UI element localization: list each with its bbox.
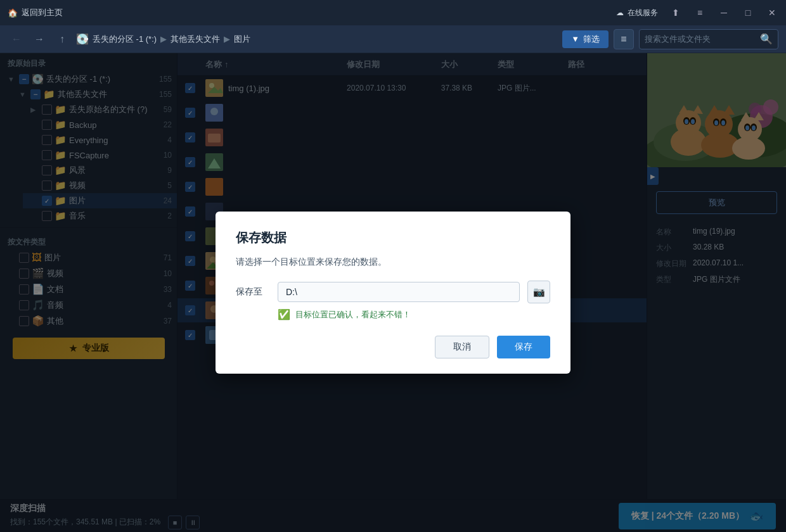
back-button[interactable]: ← bbox=[8, 30, 25, 48]
online-service[interactable]: ☁ 在线服务 bbox=[616, 8, 658, 18]
view-menu-button[interactable]: ≡ bbox=[614, 29, 634, 49]
cancel-label: 取消 bbox=[453, 341, 471, 352]
home-icon: 🏠 bbox=[8, 8, 18, 18]
search-box: 🔍 bbox=[639, 29, 778, 49]
minimize-button[interactable]: ─ bbox=[718, 6, 730, 19]
home-label: 返回到主页 bbox=[22, 7, 63, 18]
modal-desc: 请选择一个目标位置来保存您的数据。 bbox=[236, 256, 550, 268]
status-check-icon: ✅ bbox=[278, 308, 290, 320]
breadcrumb-part1[interactable]: 丢失的分区 -1 (*:) bbox=[93, 34, 157, 45]
modal-title: 保存数据 bbox=[236, 229, 550, 246]
modal-status-text: 目标位置已确认，看起来不错！ bbox=[295, 309, 411, 320]
modal-actions: 取消 保存 bbox=[236, 336, 550, 358]
forward-button[interactable]: → bbox=[30, 30, 48, 48]
share-button[interactable]: ⬆ bbox=[669, 6, 682, 19]
main-layout: 按原始目录 ▼ 💽 丢失的分区 -1 (*:) 155 ▼ 📁 其他丢失文件 1… bbox=[0, 53, 786, 532]
home-button[interactable]: 🏠 返回到主页 bbox=[8, 7, 63, 18]
cancel-button[interactable]: 取消 bbox=[435, 336, 489, 358]
filter-icon: ▼ bbox=[571, 34, 579, 44]
up-button[interactable]: ↑ bbox=[53, 30, 71, 48]
filter-button[interactable]: ▼ 筛选 bbox=[562, 30, 609, 48]
save-button[interactable]: 保存 bbox=[497, 336, 550, 358]
modal-save-to-field: 保存至 📷 bbox=[236, 281, 550, 303]
modal-browse-button[interactable]: 📷 bbox=[527, 281, 550, 303]
cloud-icon: ☁ bbox=[616, 8, 624, 17]
breadcrumb-part2[interactable]: 其他丢失文件 bbox=[171, 34, 220, 45]
modal-overlay: 保存数据 请选择一个目标位置来保存您的数据。 保存至 📷 ✅ 目标位置已确认，看… bbox=[0, 53, 786, 532]
menu-button[interactable]: ≡ bbox=[693, 6, 706, 19]
search-input[interactable] bbox=[645, 34, 756, 44]
maximize-button[interactable]: □ bbox=[742, 6, 754, 19]
online-label: 在线服务 bbox=[628, 8, 658, 18]
modal-save-path-input[interactable] bbox=[278, 282, 520, 302]
breadcrumb-sep1: ▶ bbox=[160, 34, 167, 44]
modal-status: ✅ 目标位置已确认，看起来不错！ bbox=[236, 308, 550, 320]
camera-icon: 📷 bbox=[533, 286, 545, 298]
navbar: ← → ↑ 💽 丢失的分区 -1 (*:) ▶ 其他丢失文件 ▶ 图片 ▼ 筛选… bbox=[0, 25, 786, 53]
filter-label: 筛选 bbox=[583, 34, 600, 45]
search-icon: 🔍 bbox=[760, 33, 773, 45]
drive-icon: 💽 bbox=[76, 33, 89, 45]
breadcrumb: 💽 丢失的分区 -1 (*:) ▶ 其他丢失文件 ▶ 图片 bbox=[76, 33, 557, 45]
breadcrumb-part3[interactable]: 图片 bbox=[234, 34, 250, 45]
save-label: 保存 bbox=[515, 341, 532, 352]
breadcrumb-sep2: ▶ bbox=[224, 34, 230, 44]
close-button[interactable]: ✕ bbox=[766, 6, 778, 19]
menu-icon: ≡ bbox=[621, 34, 626, 45]
save-modal: 保存数据 请选择一个目标位置来保存您的数据。 保存至 📷 ✅ 目标位置已确认，看… bbox=[216, 212, 570, 374]
titlebar: 🏠 返回到主页 ☁ 在线服务 ⬆ ≡ ─ □ ✕ bbox=[0, 0, 786, 25]
modal-save-to-label: 保存至 bbox=[236, 286, 270, 298]
